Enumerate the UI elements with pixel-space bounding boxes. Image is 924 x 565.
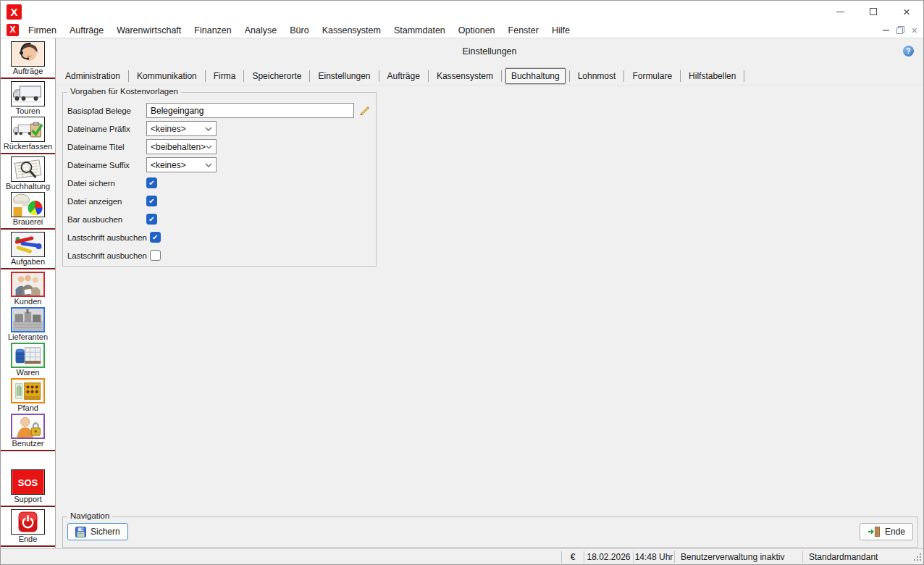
- form-row-suffix: Dateiname Suffix <keines>: [67, 156, 371, 174]
- sidebar-item-label: Support: [14, 495, 42, 503]
- sidebar-separator: [1, 545, 55, 547]
- sidebar-item-support[interactable]: SOSSupport: [1, 469, 55, 504]
- mdi-close-icon[interactable]: ×: [912, 26, 917, 35]
- floppy-disk-icon: [75, 527, 86, 537]
- suppliers-icon: [11, 307, 45, 332]
- lastschrift-ausbuchen-2-checkbox[interactable]: [150, 250, 161, 261]
- mdi-restore-icon[interactable]: [896, 26, 904, 34]
- menu-item-kassensystem[interactable]: Kassensystem: [316, 24, 387, 37]
- field-label: Lastschrift ausbuchen: [67, 251, 150, 260]
- vorgaben-groupbox: Vorgaben für Kostenvorlagen Basispfad Be…: [62, 92, 377, 267]
- ledger-magnifier-icon: [11, 156, 45, 182]
- sidebar-separator: [1, 78, 55, 79]
- truck-icon: [11, 81, 45, 106]
- form-row-titel: Dateiname Titel <beibehalten>: [67, 138, 371, 156]
- groupbox-title: Vorgaben für Kostenvorlagen: [67, 87, 181, 96]
- lastschrift-ausbuchen-checkbox[interactable]: ✔: [150, 232, 161, 243]
- main-area: AufträgeTourenRückerfassenBuchhaltungBra…: [1, 38, 923, 548]
- sidebar-item-auftraege[interactable]: Aufträge: [1, 41, 55, 76]
- tab-kommunikation[interactable]: Kommunikation: [130, 69, 203, 83]
- sidebar-item-label: Aufgaben: [11, 257, 45, 266]
- tab-firma[interactable]: Firma: [207, 69, 243, 83]
- brewery-pie-icon: [11, 192, 45, 217]
- tab-administration[interactable]: Administration: [59, 69, 127, 83]
- sidebar-item-label: Pfand: [17, 403, 38, 412]
- sidebar-item-buchhaltung[interactable]: Buchhaltung: [1, 156, 55, 191]
- sidebar-item-label: Ende: [19, 535, 38, 543]
- datei-anzeigen-checkbox[interactable]: ✔: [146, 196, 157, 206]
- sos-icon: SOS: [11, 469, 45, 495]
- tab-lohnmost[interactable]: Lohnmost: [571, 69, 623, 83]
- basispfad-belege-input[interactable]: [146, 103, 354, 118]
- sidebar-separator: [1, 228, 55, 230]
- menu-item-analyse[interactable]: Analyse: [238, 24, 283, 37]
- sidebar-item-pfand[interactable]: Pfand: [1, 377, 55, 413]
- tab-separator: [680, 70, 681, 82]
- close-icon: ×: [903, 6, 910, 18]
- menu-item-optionen[interactable]: Optionen: [452, 24, 502, 37]
- sichern-label: Sichern: [91, 527, 120, 537]
- tab-hilfstabellen[interactable]: Hilfstabellen: [682, 69, 742, 83]
- help-icon[interactable]: ?: [903, 46, 914, 56]
- tab-buchhaltung[interactable]: Buchhaltung: [505, 68, 566, 84]
- window-close-button[interactable]: ×: [890, 1, 923, 22]
- window-minimize-button[interactable]: [823, 1, 857, 22]
- statusbar: € 18.02.2026 14:48 Uhr Benutzerverwaltun…: [1, 548, 923, 564]
- sidebar-item-label: Rückerfassen: [4, 142, 52, 151]
- menu-item-warenwirtschaft[interactable]: Warenwirtschaft: [110, 24, 188, 37]
- resize-grip[interactable]: [912, 552, 923, 562]
- menu-item-fenster[interactable]: Fenster: [502, 24, 545, 37]
- mdi-minimize-icon[interactable]: [883, 30, 889, 31]
- bar-ausbuchen-checkbox[interactable]: ✔: [146, 214, 157, 225]
- datei-sichern-checkbox[interactable]: ✔: [146, 177, 157, 188]
- chevron-down-icon: [205, 163, 212, 167]
- sidebar-item-label: Buchhaltung: [6, 182, 50, 191]
- tools-icon: [11, 232, 45, 257]
- exit-door-icon: [868, 526, 881, 537]
- app-window: X × X FirmenAufträgeWarenwirtschaftFinan…: [0, 0, 924, 565]
- field-label: Bar ausbuchen: [67, 215, 146, 224]
- sidebar-item-touren[interactable]: Touren: [1, 80, 55, 116]
- dateiname-praefix-select[interactable]: <keines>: [146, 121, 217, 136]
- statusbar-currency: €: [561, 551, 584, 563]
- app-logo-small-icon: X: [7, 24, 19, 36]
- sidebar-separator: [1, 506, 55, 507]
- menu-item-hilfe[interactable]: Hilfe: [545, 24, 576, 37]
- sidebar-item-lieferanten[interactable]: Lieferanten: [1, 306, 55, 342]
- menu-item-stammdaten[interactable]: Stammdaten: [387, 24, 452, 37]
- ende-label: Ende: [885, 527, 905, 537]
- tab-separator: [205, 70, 206, 82]
- dateiname-suffix-select[interactable]: <keines>: [146, 157, 217, 172]
- tab-separator: [428, 70, 429, 82]
- sidebar-item-aufgaben[interactable]: Aufgaben: [1, 231, 55, 267]
- sidebar-item-ende[interactable]: Ende: [1, 508, 55, 544]
- tab-separator: [623, 70, 624, 82]
- tab-formulare[interactable]: Formulare: [626, 69, 679, 83]
- form-row-bar-ausbuchen: Bar ausbuchen ✔: [67, 210, 371, 228]
- sidebar-item-waren[interactable]: Waren: [1, 342, 55, 377]
- sidebar-item-benutzer[interactable]: Benutzer: [1, 413, 55, 448]
- sidebar-separator: [1, 153, 55, 154]
- field-label: Lastschrift ausbuchen: [67, 233, 150, 242]
- menu-item-auftraege[interactable]: Aufträge: [63, 24, 110, 37]
- sidebar-item-label: Waren: [17, 368, 40, 377]
- maximize-icon: [870, 8, 877, 15]
- truck-check-icon: [11, 117, 45, 142]
- menu-item-finanzen[interactable]: Finanzen: [188, 24, 238, 37]
- menu-item-buero[interactable]: Büro: [283, 24, 315, 37]
- page-title: Einstellungen: [56, 46, 923, 56]
- tab-kassensystem[interactable]: Kassensystem: [430, 69, 500, 83]
- dateiname-titel-select[interactable]: <beibehalten>: [146, 139, 217, 154]
- window-maximize-button[interactable]: [857, 1, 890, 22]
- sichern-button[interactable]: Sichern: [67, 523, 128, 540]
- sidebar-item-kunden[interactable]: Kunden: [1, 271, 55, 306]
- tab-einstellungen[interactable]: Einstellungen: [311, 69, 377, 83]
- ende-button[interactable]: Ende: [860, 523, 913, 540]
- sidebar-item-brauerei[interactable]: Brauerei: [1, 191, 55, 227]
- sidebar-item-rueckerfassen[interactable]: Rückerfassen: [1, 116, 55, 151]
- tab-auftraege[interactable]: Aufträge: [381, 69, 427, 83]
- tab-speicherorte[interactable]: Speicherorte: [245, 69, 308, 83]
- pencil-edit-icon[interactable]: [358, 104, 371, 117]
- menu-item-firmen[interactable]: Firmen: [22, 24, 63, 37]
- select-value: <keines>: [151, 124, 186, 134]
